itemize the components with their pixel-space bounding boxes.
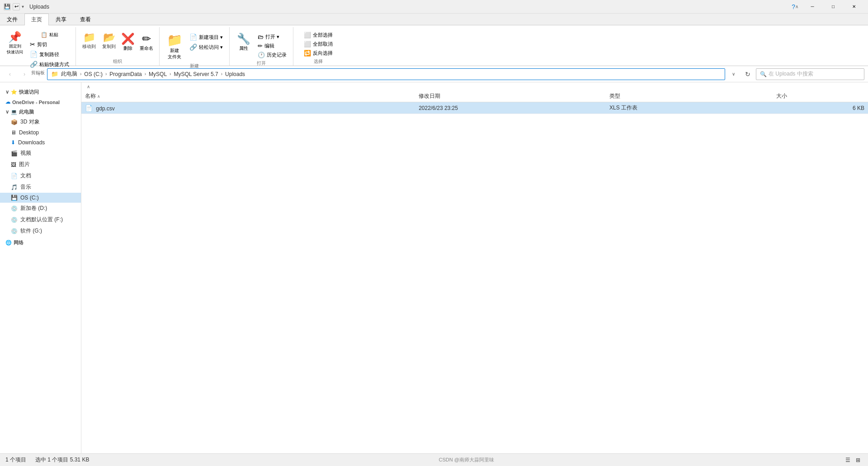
close-button[interactable]: ✕: [844, 0, 864, 14]
breadcrumb-uploads[interactable]: Uploads: [224, 71, 246, 77]
thispc-collapse-icon: ∨: [5, 109, 9, 115]
properties-button[interactable]: 🔧 属性: [233, 31, 254, 59]
sidebar-item-desktop[interactable]: 🖥 Desktop: [0, 128, 81, 138]
new-small-buttons: 📄 新建项目 ▾ 🔗 轻松访问 ▾: [187, 31, 226, 52]
sidebar-section-thispc[interactable]: ∨ 💻 此电脑: [0, 106, 81, 116]
help-icon[interactable]: ?: [792, 3, 795, 10]
breadcrumb-mysql[interactable]: MySQL: [148, 71, 168, 77]
titlebar-dropdown-icon[interactable]: ▾: [22, 4, 24, 9]
refresh-button[interactable]: ↻: [741, 68, 754, 81]
cut-button[interactable]: ✂ 剪切: [27, 40, 72, 49]
tab-view[interactable]: 查看: [73, 14, 98, 25]
downloads-icon: ⬇: [11, 139, 15, 146]
item-count: 1 个项目: [5, 456, 26, 464]
addressbar[interactable]: 📁 此电脑 › OS (C:) › ProgramData › MySQL › …: [47, 68, 725, 80]
new-folder-button[interactable]: 📁 新建文件夹: [163, 31, 186, 62]
open-buttons: 🔧 属性 🗁 打开 ▾ ✏ 编辑 🕐 历史记录: [233, 29, 289, 59]
invert-select-button[interactable]: 🔁 反向选择: [301, 49, 335, 57]
ribbon: 📌 固定到快速访问 📋 粘贴 ✂ 剪切 📄 复制路径: [0, 25, 868, 66]
delete-button[interactable]: ❌ 删除: [119, 31, 137, 53]
sidebar-item-doc-f[interactable]: 💿 文档默认位置 (F:): [0, 214, 81, 225]
titlebar-controls: ∧ ─ □ ✕: [795, 0, 864, 14]
col-header-size[interactable]: 大小: [773, 90, 868, 102]
sidebar-item-music[interactable]: 🎵 音乐: [0, 181, 81, 193]
easy-access-button[interactable]: 🔗 轻松访问 ▾: [187, 43, 226, 52]
col-header-type[interactable]: 类型: [606, 90, 773, 102]
sidebar-section-quickaccess[interactable]: ∨ ⭐ 快速访问: [0, 86, 81, 96]
breadcrumb-programdata[interactable]: ProgramData: [108, 71, 142, 77]
copy-to-button[interactable]: 📂 复制到: [99, 31, 118, 53]
3d-label: 3D 对象: [20, 118, 40, 126]
sidebar-item-soft-g[interactable]: 💿 软件 (G:): [0, 225, 81, 237]
titlebar-quick-access: 💾 ↩ ▾: [4, 3, 26, 10]
new-items: 📁 新建文件夹 📄 新建项目 ▾ 🔗 轻松访问 ▾: [163, 27, 226, 62]
tab-home[interactable]: 主页: [24, 14, 49, 25]
open-label: 打开 ▾: [265, 33, 279, 40]
minimize-button[interactable]: ─: [802, 0, 823, 14]
table-row[interactable]: 📄 gdp.csv 2022/6/23 23:25 XLS 工作表 6 KB: [81, 102, 868, 114]
thispc-icon: 💻: [11, 109, 17, 115]
breadcrumb-this-pc[interactable]: 此电脑: [60, 70, 78, 78]
new-item-icon: 📄: [189, 33, 197, 41]
properties-label: 属性: [239, 45, 248, 52]
sidebar-item-new-d[interactable]: 💿 新加卷 (D:): [0, 203, 81, 214]
breadcrumb-os-c[interactable]: OS (C:): [83, 71, 104, 77]
breadcrumb-mysql-server[interactable]: MySQL Server 5.7: [173, 71, 219, 77]
clipboard-buttons: 📌 固定到快速访问 📋 粘贴 ✂ 剪切 📄 复制路径: [4, 29, 72, 69]
invert-select-label: 反向选择: [313, 50, 333, 57]
soft-g-label: 软件 (G:): [20, 227, 42, 235]
grid-view-button[interactable]: ⊞: [854, 456, 863, 465]
move-to-button[interactable]: 📁 移动到: [80, 31, 99, 53]
maximize-button[interactable]: □: [823, 0, 844, 14]
ribbon-group-organize: 📁 移动到 📂 复制到 ❌ 删除 ✏ 重命名 组织: [76, 27, 160, 66]
rename-button[interactable]: ✏ 重命名: [137, 31, 156, 53]
selected-info: 选中 1 个项目 5.31 KB: [35, 456, 89, 464]
up-button[interactable]: ↑: [33, 68, 45, 81]
sidebar-item-pictures[interactable]: 🖼 图片: [0, 159, 81, 170]
desktop-icon: 🖥: [11, 129, 16, 136]
move-label: 移动到: [82, 43, 96, 50]
sidebar-item-os-c[interactable]: 💾 OS (C:): [0, 193, 81, 203]
delete-icon: ❌: [121, 33, 135, 45]
doc-f-label: 文档默认位置 (F:): [20, 216, 63, 223]
sidebar-item-downloads[interactable]: ⬇ Downloads: [0, 138, 81, 147]
titlebar-save-icon[interactable]: 💾: [4, 3, 11, 10]
edit-button[interactable]: ✏ 编辑: [255, 42, 289, 50]
select-all-button[interactable]: ⬜ 全部选择: [301, 31, 335, 39]
sidebar-section-onedrive[interactable]: ☁ OneDrive - Personal: [0, 96, 81, 106]
ribbon-collapse-icon[interactable]: ∧: [795, 4, 798, 9]
sidebar-item-videos[interactable]: 🎬 视频: [0, 147, 81, 159]
file-size: 6 KB: [853, 105, 864, 111]
select-buttons: ⬜ 全部选择 ⬜ 全部取消 🔁 反向选择: [301, 29, 335, 57]
view-buttons: ☰ ⊞: [844, 456, 863, 465]
open-button[interactable]: 🗁 打开 ▾: [255, 33, 289, 41]
file-area: ∧ 名称 ∧ 修改日期 类型 大小: [81, 82, 868, 453]
3d-icon: 📦: [11, 119, 18, 125]
sidebar-item-3d[interactable]: 📦 3D 对象: [0, 116, 81, 128]
back-button[interactable]: ‹: [4, 68, 16, 81]
col-header-date[interactable]: 修改日期: [415, 90, 606, 102]
tab-file[interactable]: 文件: [0, 14, 24, 25]
deselect-all-button[interactable]: ⬜ 全部取消: [301, 40, 335, 48]
history-button[interactable]: 🕐 历史记录: [255, 51, 289, 59]
onedrive-label: OneDrive - Personal: [12, 100, 60, 105]
list-view-button[interactable]: ☰: [844, 456, 853, 465]
titlebar-undo-icon[interactable]: ↩: [13, 3, 20, 10]
sort-arrow-up: ∧: [87, 84, 90, 89]
pin-to-quickaccess-button[interactable]: 📌 固定到快速访问: [4, 29, 26, 69]
copy-path-button[interactable]: 📄 复制路径: [27, 50, 72, 59]
select-items: ⬜ 全部选择 ⬜ 全部取消 🔁 反向选择: [301, 27, 335, 57]
col-header-name[interactable]: 名称 ∧: [81, 90, 415, 102]
properties-icon: 🔧: [237, 33, 250, 45]
sidebar-item-documents[interactable]: 📄 文档: [0, 170, 81, 181]
forward-button[interactable]: ›: [18, 68, 31, 81]
main-area: ∨ ⭐ 快速访问 ☁ OneDrive - Personal ∨ 💻 此电脑 📦…: [0, 82, 868, 453]
tab-share[interactable]: 共享: [49, 14, 73, 25]
sidebar-section-network[interactable]: 🌐 网络: [0, 237, 81, 247]
paste-button[interactable]: 📋 粘贴: [27, 31, 72, 39]
new-folder-label: 新建文件夹: [168, 48, 181, 60]
new-item-button[interactable]: 📄 新建项目 ▾: [187, 33, 226, 42]
dropdown-button[interactable]: ∨: [727, 68, 740, 81]
searchbar[interactable]: 🔍 在 Uploads 中搜索: [756, 68, 864, 80]
breadcrumb-sep-1: ›: [80, 71, 81, 76]
